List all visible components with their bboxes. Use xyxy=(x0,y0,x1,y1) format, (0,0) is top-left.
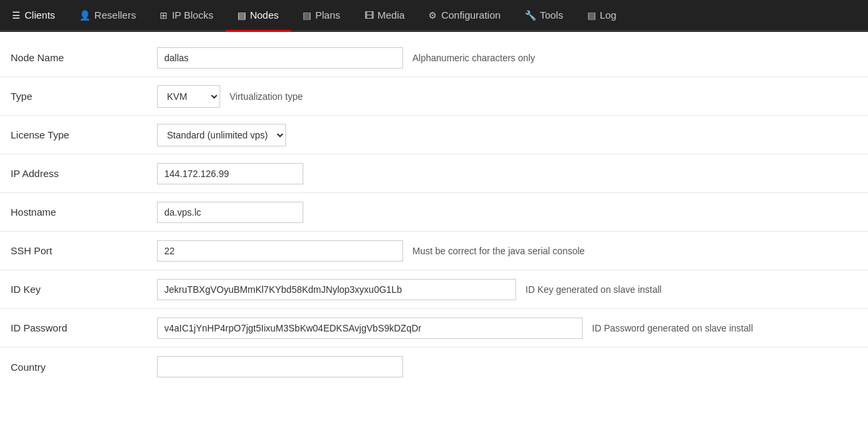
type-hint: Virtualization type xyxy=(229,91,303,102)
ssh-port-row: SSH Port Must be correct for the java se… xyxy=(0,232,868,270)
node-form: Node Name Alphanumeric characters only T… xyxy=(0,32,868,393)
ip-address-label: IP Address xyxy=(11,168,157,179)
nav-ipblocks[interactable]: ⊞ IP Blocks xyxy=(148,0,225,32)
nav-resellers-label: Resellers xyxy=(94,9,136,21)
nav-plans-label: Plans xyxy=(315,9,341,21)
type-select[interactable]: KVM OpenVZ Xen xyxy=(157,85,220,108)
license-type-row: License Type Standard (unlimited vps) Li… xyxy=(0,116,868,154)
nav-ipblocks-label: IP Blocks xyxy=(172,9,213,21)
ssh-port-input[interactable] xyxy=(157,240,403,262)
country-label: Country xyxy=(11,361,157,373)
node-name-control-area: Alphanumeric characters only xyxy=(157,47,857,69)
ip-address-control-area xyxy=(157,163,857,184)
media-icon: 🎞 xyxy=(364,10,374,21)
id-key-input[interactable] xyxy=(157,279,516,300)
nav-tools-label: Tools xyxy=(540,9,563,21)
node-name-input[interactable] xyxy=(157,47,403,69)
license-type-select[interactable]: Standard (unlimited vps) Limited xyxy=(157,124,286,146)
nav-bar: ☰ Clients 👤 Resellers ⊞ IP Blocks ▤ Node… xyxy=(0,0,868,32)
plans-icon: ▤ xyxy=(303,10,311,21)
nav-log-label: Log xyxy=(600,9,617,21)
node-name-row: Node Name Alphanumeric characters only xyxy=(0,39,868,77)
type-row: Type KVM OpenVZ Xen Virtualization type xyxy=(0,77,868,116)
nav-tools[interactable]: 🔧 Tools xyxy=(513,0,575,32)
license-type-control-area: Standard (unlimited vps) Limited xyxy=(157,124,857,146)
type-label: Type xyxy=(11,91,157,102)
hostname-row: Hostname xyxy=(0,193,868,232)
id-password-label: ID Password xyxy=(11,322,157,333)
configuration-icon: ⚙ xyxy=(428,10,437,21)
id-key-label: ID Key xyxy=(11,284,157,295)
country-control-area xyxy=(157,356,857,377)
nav-log[interactable]: ▤ Log xyxy=(575,0,629,32)
hostname-input[interactable] xyxy=(157,202,303,223)
id-key-control-area: ID Key generated on slave install xyxy=(157,279,857,300)
node-name-hint: Alphanumeric characters only xyxy=(412,53,535,63)
resellers-icon: 👤 xyxy=(79,10,90,21)
nav-nodes-label: Nodes xyxy=(250,9,279,21)
id-key-row: ID Key ID Key generated on slave install xyxy=(0,270,868,309)
nav-configuration-label: Configuration xyxy=(441,9,500,21)
country-row: Country xyxy=(0,347,868,386)
id-password-hint: ID Password generated on slave install xyxy=(592,323,753,333)
id-password-row: ID Password ID Password generated on sla… xyxy=(0,309,868,347)
nav-plans[interactable]: ▤ Plans xyxy=(291,0,353,32)
hostname-control-area xyxy=(157,202,857,223)
nav-configuration[interactable]: ⚙ Configuration xyxy=(416,0,512,32)
type-control-area: KVM OpenVZ Xen Virtualization type xyxy=(157,85,857,108)
nodes-icon: ▤ xyxy=(237,10,246,21)
id-key-hint: ID Key generated on slave install xyxy=(525,284,662,295)
ipblocks-icon: ⊞ xyxy=(160,10,168,21)
log-icon: ▤ xyxy=(587,10,596,21)
ip-address-row: IP Address xyxy=(0,154,868,193)
nav-media[interactable]: 🎞 Media xyxy=(353,0,417,32)
tools-icon: 🔧 xyxy=(525,10,536,21)
id-password-input[interactable] xyxy=(157,318,583,339)
country-input[interactable] xyxy=(157,356,403,377)
nav-media-label: Media xyxy=(378,9,405,21)
nav-clients-label: Clients xyxy=(25,9,55,21)
nav-resellers[interactable]: 👤 Resellers xyxy=(67,0,148,32)
hostname-label: Hostname xyxy=(11,206,157,218)
ssh-port-label: SSH Port xyxy=(11,245,157,256)
node-name-label: Node Name xyxy=(11,52,157,63)
license-type-label: License Type xyxy=(11,129,157,140)
nav-nodes[interactable]: ▤ Nodes xyxy=(225,0,291,32)
clients-icon: ☰ xyxy=(12,10,21,21)
nav-clients[interactable]: ☰ Clients xyxy=(0,0,67,32)
ip-address-input[interactable] xyxy=(157,163,303,184)
id-password-control-area: ID Password generated on slave install xyxy=(157,318,857,339)
ssh-port-hint: Must be correct for the java serial cons… xyxy=(412,246,585,256)
ssh-port-control-area: Must be correct for the java serial cons… xyxy=(157,240,857,262)
